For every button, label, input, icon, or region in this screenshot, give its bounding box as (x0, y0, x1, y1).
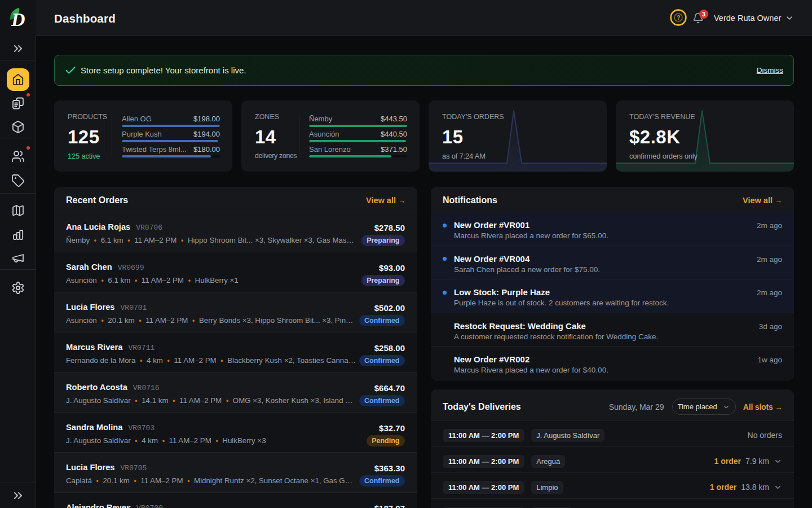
svg-text:?: ? (677, 14, 681, 21)
svg-text:D: D (11, 9, 25, 29)
